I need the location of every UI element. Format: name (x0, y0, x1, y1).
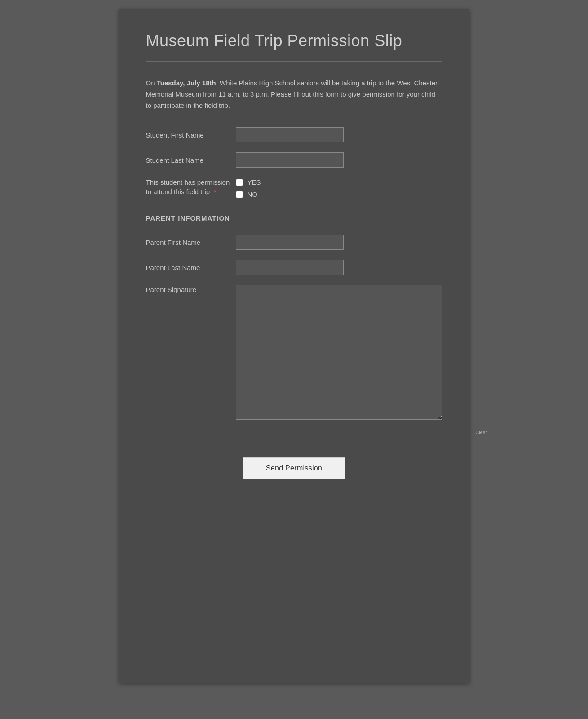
parent-section-header: PARENT INFORMATION (146, 214, 442, 222)
student-last-name-input[interactable] (236, 152, 344, 168)
submit-section: Send Permission (146, 457, 442, 479)
send-permission-button[interactable]: Send Permission (243, 457, 345, 479)
parent-signature-textarea[interactable] (236, 285, 442, 420)
permission-no-checkbox[interactable] (236, 191, 243, 198)
student-first-name-input[interactable] (236, 127, 344, 142)
intro-paragraph: On Tuesday, July 18th, White Plains High… (146, 78, 442, 111)
parent-signature-row: Parent Signature (146, 285, 442, 420)
student-first-name-label: Student First Name (146, 130, 236, 140)
parent-first-name-label: Parent First Name (146, 238, 236, 247)
parent-section: PARENT INFORMATION Parent First Name Par… (146, 214, 442, 435)
parent-first-name-input[interactable] (236, 235, 344, 250)
intro-date-bold: Tuesday, July 18th (157, 79, 216, 87)
page-title: Museum Field Trip Permission Slip (146, 31, 442, 50)
permission-options: YES NO (236, 178, 261, 198)
student-first-name-row: Student First Name (146, 127, 442, 142)
required-indicator: * (212, 188, 216, 195)
permission-no-option[interactable]: NO (236, 191, 261, 198)
permission-yes-checkbox[interactable] (236, 179, 243, 186)
permission-label-text: This student has permission to attend th… (146, 178, 230, 195)
student-last-name-row: Student Last Name (146, 152, 442, 168)
permission-label-container: This student has permission to attend th… (146, 178, 236, 196)
parent-first-name-row: Parent First Name (146, 235, 442, 250)
section-divider (146, 61, 442, 62)
parent-last-name-row: Parent Last Name (146, 260, 442, 275)
intro-text-before: On (146, 79, 157, 87)
permission-yes-label: YES (248, 178, 261, 186)
clear-label-row: Clear (236, 430, 487, 435)
clear-label-text[interactable]: Clear (475, 430, 487, 435)
student-last-name-label: Student Last Name (146, 155, 236, 165)
permission-yes-option[interactable]: YES (236, 178, 261, 186)
permission-no-label: NO (248, 191, 258, 198)
parent-last-name-input[interactable] (236, 260, 344, 275)
form-container: Museum Field Trip Permission Slip On Tue… (119, 9, 469, 683)
parent-last-name-label: Parent Last Name (146, 263, 236, 272)
parent-signature-label: Parent Signature (146, 285, 236, 294)
permission-row: This student has permission to attend th… (146, 178, 442, 198)
